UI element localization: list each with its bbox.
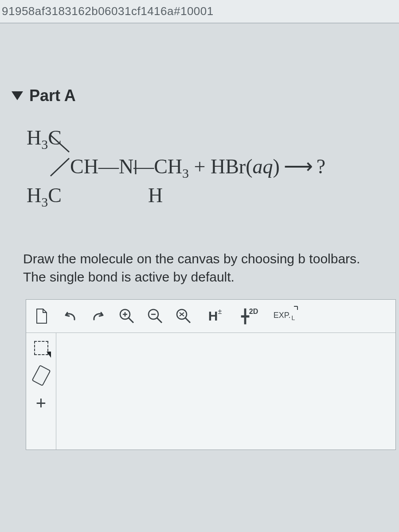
undo-icon <box>61 309 79 323</box>
part-title: Part A <box>29 86 76 105</box>
expand-label: EXP. <box>274 311 291 320</box>
new-document-icon <box>35 308 48 324</box>
eq-ch: CH <box>70 155 98 178</box>
eq-arrow: ⟶ <box>280 155 317 178</box>
view-2d-cross-icon: ╋ <box>241 309 249 324</box>
svg-line-4 <box>129 318 133 323</box>
marquee-select-button[interactable] <box>29 336 54 360</box>
zoom-out-button[interactable] <box>142 304 168 329</box>
marquee-icon <box>34 341 48 355</box>
expand-sub: L <box>290 314 295 321</box>
eq-plus: + <box>189 155 211 178</box>
new-document-button[interactable] <box>29 304 55 329</box>
undo-button[interactable] <box>57 304 83 329</box>
zoom-reset-icon <box>175 308 192 325</box>
eq-bond1: — <box>98 155 119 178</box>
expand-corner-icon <box>293 305 299 312</box>
editor-top-toolbar: H± ╋2D EXP.L <box>26 300 395 333</box>
hydrogen-toggle-label: H <box>208 309 218 324</box>
add-button[interactable]: + <box>29 391 54 415</box>
view-2d-sup: 2D <box>249 308 258 316</box>
zoom-out-icon <box>147 308 164 325</box>
zoom-in-button[interactable] <box>114 304 140 329</box>
eq-product: ? <box>317 155 325 178</box>
instructions-text: Draw the molecule on the canvas by choos… <box>0 223 399 297</box>
url-fragment: 91958af3183162b06031cf1416a#10001 <box>0 0 399 23</box>
content-area: Part A H3C CH—N—CH3 + HBr(aq) ⟶ ? H3C H … <box>0 72 399 450</box>
editor-left-toolbar: + <box>26 333 56 450</box>
molecule-editor: H± ╋2D EXP.L + <box>26 299 396 450</box>
hydrogen-toggle-button[interactable]: H± <box>199 304 231 329</box>
zoom-in-icon <box>118 308 135 325</box>
eraser-button[interactable] <box>29 363 54 388</box>
redo-icon <box>90 309 107 323</box>
zoom-reset-button[interactable] <box>171 304 196 329</box>
eq-n-h: H <box>148 184 163 207</box>
plus-icon: + <box>36 394 46 412</box>
redo-button[interactable] <box>86 304 111 329</box>
svg-line-11 <box>185 318 190 323</box>
part-header[interactable]: Part A <box>0 72 399 116</box>
hydrogen-toggle-pm: ± <box>218 308 222 316</box>
eq-reagent: HBr(aq) <box>211 155 280 178</box>
eq-ch3: CH3 <box>154 155 189 178</box>
collapse-triangle-icon[interactable] <box>12 91 23 100</box>
eq-bond2: — <box>133 155 154 178</box>
eq-bottom-left-group: H3C <box>27 184 62 207</box>
view-2d-button[interactable]: ╋2D <box>234 304 266 329</box>
eraser-icon <box>31 365 51 386</box>
reaction-equation: H3C CH—N—CH3 + HBr(aq) ⟶ ? H3C H <box>0 116 399 223</box>
svg-line-8 <box>157 318 162 323</box>
eq-n: N <box>119 155 133 178</box>
expand-button[interactable]: EXP.L <box>268 304 300 329</box>
eq-top-left-group: H3C <box>27 126 62 149</box>
